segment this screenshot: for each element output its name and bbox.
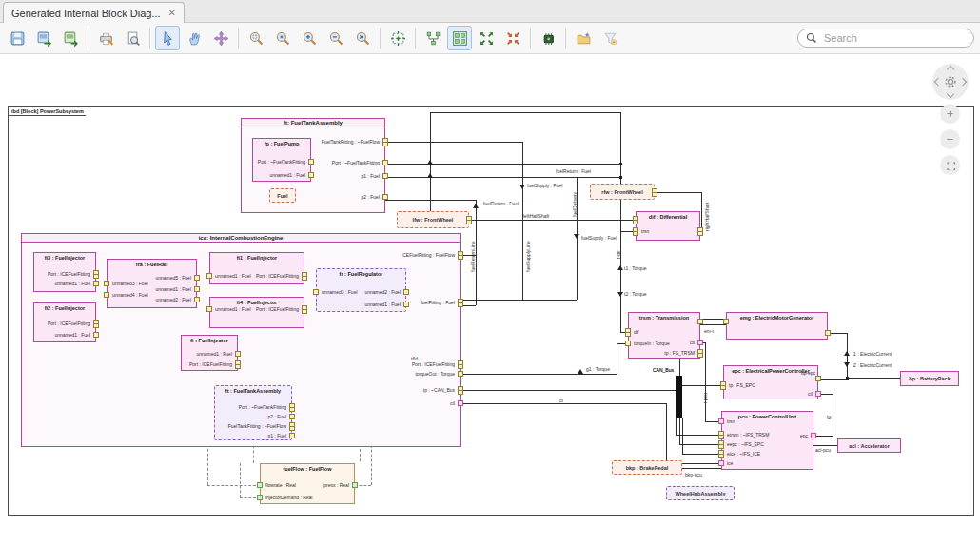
port[interactable] bbox=[308, 159, 314, 165]
port[interactable] bbox=[382, 160, 388, 165]
block-fi1[interactable]: fi1 : FuelInjector bbox=[209, 252, 304, 284]
port[interactable] bbox=[93, 332, 99, 338]
port[interactable] bbox=[289, 433, 295, 438]
pan-left-icon[interactable] bbox=[934, 78, 942, 86]
pan-right-icon[interactable] bbox=[959, 78, 967, 86]
port[interactable] bbox=[718, 450, 724, 458]
port[interactable] bbox=[93, 270, 99, 279]
block-bkp[interactable]: bkp : BrakePedal bbox=[612, 460, 682, 475]
block-fi4[interactable]: fi4 : FuelInjector bbox=[209, 297, 304, 328]
connector-label: bp-epc bbox=[801, 370, 815, 376]
port[interactable] bbox=[104, 281, 109, 286]
port[interactable] bbox=[403, 302, 409, 307]
port[interactable] bbox=[815, 391, 821, 397]
port[interactable] bbox=[382, 194, 388, 200]
port[interactable] bbox=[811, 433, 816, 438]
block-emg[interactable]: emg : ElectricMotorGenerator bbox=[726, 312, 828, 340]
port[interactable] bbox=[633, 227, 638, 236]
port[interactable] bbox=[308, 172, 314, 178]
port[interactable] bbox=[206, 273, 212, 279]
port[interactable] bbox=[697, 349, 703, 358]
port[interactable] bbox=[458, 299, 463, 307]
port-label: eice : ~IFS_ICE bbox=[727, 451, 760, 457]
port[interactable] bbox=[625, 328, 631, 337]
port[interactable] bbox=[720, 381, 726, 390]
port[interactable] bbox=[382, 173, 388, 179]
block-title: trsm : Transmission bbox=[629, 315, 699, 321]
port[interactable] bbox=[697, 340, 703, 345]
block-bp[interactable]: bp : BatteryPack bbox=[900, 371, 959, 386]
port[interactable] bbox=[458, 386, 463, 395]
block-fuel[interactable]: Fuel bbox=[269, 188, 296, 203]
port[interactable] bbox=[194, 275, 200, 281]
port[interactable] bbox=[313, 289, 319, 295]
diagram-canvas[interactable]: ibd [Block] PowerSubsystem ft: FuelTankA… bbox=[0, 54, 980, 545]
port[interactable] bbox=[466, 216, 472, 224]
fit-to-window-button[interactable] bbox=[940, 155, 960, 175]
can-bus-bar[interactable] bbox=[676, 376, 682, 418]
connector-line bbox=[620, 112, 621, 332]
port[interactable] bbox=[458, 251, 463, 260]
port[interactable] bbox=[718, 460, 724, 466]
block-acl[interactable]: acl : Accelerator bbox=[837, 438, 901, 453]
port[interactable] bbox=[257, 482, 263, 488]
block-rfw[interactable]: rfw : FrontWheel bbox=[590, 184, 655, 200]
port[interactable] bbox=[93, 281, 99, 286]
port[interactable] bbox=[206, 306, 212, 312]
port[interactable] bbox=[104, 292, 109, 298]
plus-icon: + bbox=[947, 107, 954, 120]
port[interactable] bbox=[289, 422, 295, 431]
port[interactable] bbox=[289, 403, 295, 412]
port-label: FuelTankFitting : ~FuelFlow bbox=[322, 139, 380, 145]
connector-line bbox=[679, 444, 721, 445]
block-pcu[interactable]: pcu : PowerControlUnit bbox=[721, 411, 813, 470]
port[interactable] bbox=[235, 351, 241, 357]
application-window: Generated Internal Block Diag... ✕ ibd [… bbox=[0, 0, 980, 545]
port-label: tp : ~CAN_Bus bbox=[423, 387, 455, 393]
port[interactable] bbox=[458, 371, 463, 377]
port-label: Port : ~FuelTankFitting bbox=[258, 159, 305, 165]
connector-line bbox=[828, 333, 847, 334]
port[interactable] bbox=[235, 360, 241, 369]
port-label: flowrate : Real bbox=[265, 482, 296, 488]
port[interactable] bbox=[352, 482, 358, 488]
port[interactable] bbox=[718, 418, 724, 424]
block-dif[interactable]: dif : Differential bbox=[636, 211, 700, 241]
port[interactable] bbox=[257, 495, 263, 500]
connector-line bbox=[461, 403, 666, 404]
port[interactable] bbox=[458, 360, 463, 369]
port[interactable] bbox=[723, 319, 729, 324]
port[interactable] bbox=[458, 400, 463, 406]
port[interactable] bbox=[625, 341, 631, 346]
port[interactable] bbox=[289, 414, 295, 419]
port-label: ice bbox=[727, 460, 733, 466]
zoom-in-button[interactable]: + bbox=[940, 104, 960, 124]
connector-label: rightHalfShaft bbox=[704, 203, 710, 231]
port-label: p1 : Fuel bbox=[362, 173, 380, 179]
port[interactable] bbox=[302, 272, 307, 281]
port[interactable] bbox=[403, 289, 409, 295]
block-wha[interactable]: WheelHubAssembly bbox=[666, 486, 735, 500]
pan-down-icon[interactable] bbox=[947, 90, 954, 98]
port[interactable] bbox=[697, 319, 703, 324]
pan-navigator[interactable] bbox=[932, 64, 969, 100]
block-lfw[interactable]: lfw : FrontWheel bbox=[397, 211, 469, 228]
pan-up-icon[interactable] bbox=[947, 66, 954, 73]
port[interactable] bbox=[382, 138, 388, 146]
zoom-out-button[interactable]: − bbox=[940, 129, 960, 149]
port[interactable] bbox=[302, 305, 307, 314]
port[interactable] bbox=[718, 431, 724, 439]
connector-line bbox=[655, 192, 701, 193]
port[interactable] bbox=[652, 188, 657, 197]
port[interactable] bbox=[815, 376, 821, 381]
port[interactable] bbox=[194, 286, 200, 292]
port[interactable] bbox=[825, 330, 831, 336]
connector-line bbox=[676, 418, 677, 435]
gear-icon bbox=[943, 74, 958, 89]
port[interactable] bbox=[194, 297, 200, 302]
port[interactable] bbox=[718, 440, 724, 449]
port[interactable] bbox=[697, 227, 703, 236]
port[interactable] bbox=[93, 320, 99, 328]
port[interactable] bbox=[633, 216, 638, 224]
block-header: ft: FuelTankAssembly bbox=[242, 119, 384, 127]
